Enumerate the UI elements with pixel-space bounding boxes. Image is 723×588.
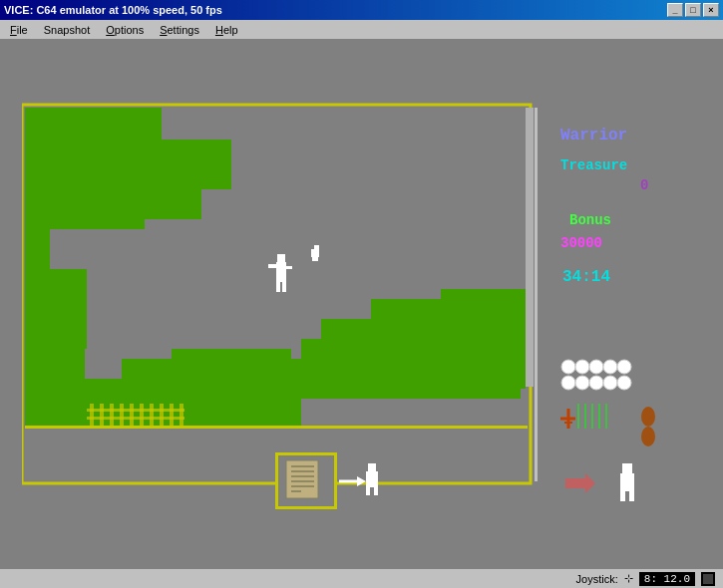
window-title: VICE: C64 emulator at 100% speed, 50 fps: [4, 4, 222, 16]
svg-point-70: [641, 407, 655, 427]
svg-rect-90: [366, 487, 370, 495]
svg-point-57: [561, 376, 575, 390]
svg-rect-23: [90, 404, 94, 426]
svg-rect-27: [130, 404, 134, 426]
title-bar: VICE: C64 emulator at 100% speed, 50 fps…: [0, 0, 723, 20]
svg-rect-88: [368, 463, 376, 471]
menu-help[interactable]: Help: [207, 22, 246, 38]
menu-options[interactable]: Options: [98, 22, 152, 38]
menu-snapshot[interactable]: Snapshot: [36, 22, 98, 38]
svg-rect-34: [87, 417, 184, 420]
svg-text:Treasure: Treasure: [560, 157, 627, 173]
svg-rect-42: [314, 245, 319, 250]
svg-rect-17: [421, 309, 526, 389]
svg-rect-76: [629, 491, 634, 501]
svg-rect-37: [268, 264, 278, 268]
svg-point-52: [561, 360, 575, 374]
svg-rect-30: [160, 404, 164, 426]
svg-rect-91: [374, 487, 378, 495]
joystick-label: Joystick:: [576, 573, 618, 585]
svg-text:0: 0: [640, 177, 648, 193]
close-button[interactable]: ×: [703, 3, 719, 17]
menu-settings[interactable]: Settings: [152, 22, 207, 38]
menu-bar: File Snapshot Options Settings Help: [0, 20, 723, 40]
svg-point-56: [617, 360, 631, 374]
menu-file[interactable]: File: [2, 22, 36, 38]
svg-rect-89: [366, 471, 378, 487]
svg-rect-24: [100, 404, 104, 426]
svg-rect-25: [110, 404, 114, 426]
svg-point-54: [589, 360, 603, 374]
svg-text:Bonus: Bonus: [569, 212, 611, 228]
svg-point-61: [617, 376, 631, 390]
svg-point-58: [575, 376, 589, 390]
svg-text:Warrior: Warrior: [560, 127, 627, 145]
maximize-button[interactable]: □: [685, 3, 701, 17]
svg-rect-39: [276, 282, 280, 292]
svg-rect-74: [620, 473, 634, 491]
svg-rect-43: [312, 257, 318, 261]
emulator-area: Warrior Treasure 0 Bonus 30000 34:14: [0, 40, 723, 568]
svg-text:30000: 30000: [560, 235, 602, 251]
svg-rect-38: [286, 266, 292, 269]
svg-rect-20: [172, 349, 291, 399]
power-indicator: [701, 572, 715, 586]
minimize-button[interactable]: _: [667, 3, 683, 17]
svg-point-71: [641, 427, 655, 446]
svg-rect-33: [87, 409, 184, 412]
speed-indicator: 8: 12.0: [639, 572, 695, 586]
game-display: Warrior Treasure 0 Bonus 30000 34:14: [22, 50, 700, 538]
svg-rect-28: [140, 404, 144, 426]
svg-rect-22: [25, 426, 528, 429]
svg-point-53: [575, 360, 589, 374]
svg-rect-31: [170, 404, 174, 426]
svg-text:34:14: 34:14: [562, 268, 610, 286]
joystick-icon: ⊹: [624, 572, 633, 585]
svg-rect-26: [120, 404, 124, 426]
svg-rect-29: [150, 404, 154, 426]
svg-point-60: [603, 376, 617, 390]
svg-rect-15: [301, 339, 381, 399]
svg-rect-12: [25, 349, 85, 429]
svg-rect-75: [620, 491, 625, 501]
svg-rect-36: [277, 254, 285, 262]
svg-rect-45: [535, 108, 538, 481]
svg-rect-40: [282, 282, 286, 292]
svg-rect-41: [311, 249, 319, 257]
svg-rect-32: [180, 404, 183, 426]
status-bar: Joystick: ⊹ 8: 12.0: [0, 568, 723, 588]
svg-point-59: [589, 376, 603, 390]
svg-rect-73: [622, 463, 632, 473]
title-buttons: _ □ ×: [667, 3, 719, 17]
svg-rect-11: [47, 269, 87, 349]
svg-rect-44: [526, 108, 534, 387]
svg-point-55: [603, 360, 617, 374]
